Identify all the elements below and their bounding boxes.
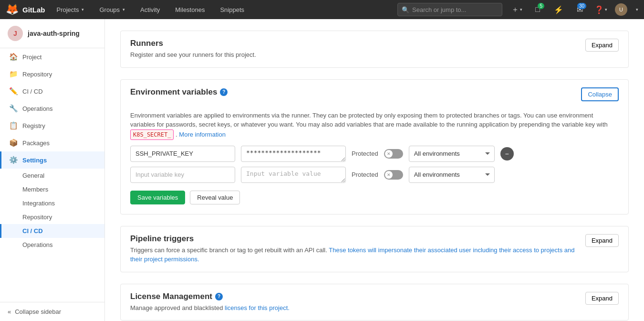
sidebar-project-header: J java-auth-spring bbox=[0, 19, 104, 48]
k8s-secret-badge: K8S_SECRET_ bbox=[130, 129, 174, 140]
protected-toggle-1[interactable]: ✕ bbox=[384, 149, 403, 159]
snippets-nav[interactable]: Snippets bbox=[216, 4, 248, 15]
sidebar-sub-general[interactable]: General bbox=[0, 169, 104, 182]
search-bar[interactable]: 🔍 Search or jump to... bbox=[397, 3, 502, 16]
env-var-key-1[interactable] bbox=[130, 146, 235, 162]
license-management-header: License Management ? Manage approved and… bbox=[121, 284, 628, 321]
license-management-info-icon[interactable]: ? bbox=[215, 293, 223, 300]
projects-chevron-icon: ▾ bbox=[82, 7, 84, 12]
user-chevron-icon: ▾ bbox=[636, 7, 638, 12]
env-vars-body: Environment variables are applied to env… bbox=[121, 111, 628, 214]
collapse-icon: « bbox=[8, 308, 11, 315]
env-var-environment-1[interactable]: All environments Production Staging Deve… bbox=[409, 146, 495, 162]
projects-nav[interactable]: Projects ▾ bbox=[53, 4, 88, 15]
sidebar-sub-members[interactable]: Members bbox=[0, 182, 104, 196]
sidebar-sub-operations[interactable]: Operations bbox=[0, 238, 104, 252]
packages-icon: 📦 bbox=[9, 139, 18, 147]
protected-label-1: Protected bbox=[352, 150, 378, 157]
sidebar-sub-repository[interactable]: Repository bbox=[0, 210, 104, 224]
user-avatar[interactable]: U bbox=[615, 3, 627, 16]
env-vars-section: Environment variables ? Collapse Environ… bbox=[120, 79, 629, 214]
sidebar-item-settings[interactable]: ⚙️ Settings bbox=[0, 151, 104, 169]
toggle-x-icon-2: ✕ bbox=[387, 172, 391, 177]
license-management-title: License Management ? bbox=[130, 292, 578, 301]
new-dropdown-button[interactable]: ＋ ▾ bbox=[510, 3, 523, 16]
main-content: Runners Register and see your runners fo… bbox=[105, 19, 644, 321]
issues-badge: 5 bbox=[538, 3, 544, 9]
protected-label-2: Protected bbox=[352, 171, 378, 178]
pipeline-triggers-header: Pipeline triggers Triggers can force a s… bbox=[121, 226, 628, 272]
env-actions: Save variables Reveal value bbox=[130, 191, 619, 204]
protected-toggle-2[interactable]: ✕ bbox=[384, 170, 403, 180]
pipeline-triggers-title: Pipeline triggers bbox=[130, 234, 578, 244]
env-vars-description: Environment variables are applied to env… bbox=[130, 111, 619, 140]
help-button[interactable]: ❓ ▾ bbox=[594, 3, 607, 16]
licenses-link[interactable]: licenses for this project. bbox=[225, 304, 290, 311]
sidebar-item-repository[interactable]: 📁 Repository bbox=[0, 65, 104, 83]
groups-chevron-icon: ▾ bbox=[123, 7, 125, 12]
pipeline-triggers-description: Triggers can force a specific branch or … bbox=[130, 246, 578, 264]
license-management-description: Manage approved and blacklisted licenses… bbox=[130, 303, 578, 313]
gitlab-logo-icon: 🦊 bbox=[6, 3, 19, 16]
sidebar-sub-cicd[interactable]: CI / CD bbox=[0, 224, 104, 238]
runners-section: Runners Register and see your runners fo… bbox=[120, 31, 629, 68]
env-vars-grid: ******************** Protected ✕ All env… bbox=[130, 146, 619, 183]
sidebar-item-project[interactable]: 🏠 Project bbox=[0, 48, 104, 65]
todos-badge: 30 bbox=[577, 3, 586, 9]
sidebar-item-packages[interactable]: 📦 Packages bbox=[0, 134, 104, 151]
cicd-icon: ✏️ bbox=[9, 87, 18, 96]
env-var-environment-2[interactable]: All environments Production Staging Deve… bbox=[409, 167, 495, 183]
project-name: java-auth-spring bbox=[28, 30, 80, 37]
save-variables-button[interactable]: Save variables bbox=[130, 191, 185, 204]
help-chevron-icon: ▾ bbox=[605, 7, 607, 12]
home-icon: 🏠 bbox=[9, 53, 18, 61]
issues-button[interactable]: □ 5 bbox=[531, 3, 544, 16]
repository-icon: 📁 bbox=[9, 70, 18, 78]
groups-nav[interactable]: Groups ▾ bbox=[95, 4, 129, 15]
operations-icon: 🔧 bbox=[9, 104, 18, 113]
license-management-section: License Management ? Manage approved and… bbox=[120, 284, 629, 321]
top-navbar: 🦊 GitLab Projects ▾ Groups ▾ Activity Mi… bbox=[0, 0, 644, 19]
milestones-nav[interactable]: Milestones bbox=[171, 4, 208, 15]
delete-icon: − bbox=[505, 150, 509, 158]
merge-requests-button[interactable]: ⚡ bbox=[552, 3, 565, 16]
settings-icon: ⚙️ bbox=[9, 156, 18, 164]
sidebar-nav: 🏠 Project 📁 Repository ✏️ CI / CD 🔧 Oper… bbox=[0, 48, 104, 302]
env-var-value-2[interactable] bbox=[241, 167, 346, 183]
env-var-value-1[interactable]: ******************** bbox=[241, 146, 346, 162]
sidebar-item-cicd[interactable]: ✏️ CI / CD bbox=[0, 83, 104, 100]
todos-button[interactable]: ✉ 30 bbox=[573, 3, 586, 16]
reveal-value-button[interactable]: Reveal value bbox=[190, 191, 240, 204]
runners-header: Runners Register and see your runners fo… bbox=[121, 31, 628, 67]
activity-nav[interactable]: Activity bbox=[136, 4, 164, 15]
env-var-row-2: Protected ✕ All environments Production … bbox=[130, 167, 619, 183]
env-vars-collapse-button[interactable]: Collapse bbox=[581, 87, 619, 101]
license-management-expand-button[interactable]: Expand bbox=[585, 292, 619, 305]
pipeline-triggers-section: Pipeline triggers Triggers can force a s… bbox=[120, 226, 629, 272]
more-information-link[interactable]: More information bbox=[179, 131, 226, 138]
runners-expand-button[interactable]: Expand bbox=[585, 39, 619, 52]
runners-description: Register and see your runners for this p… bbox=[130, 50, 256, 60]
merge-requests-icon: ⚡ bbox=[554, 5, 563, 14]
env-var-row-1: ******************** Protected ✕ All env… bbox=[130, 146, 619, 162]
app-layout: J java-auth-spring 🏠 Project 📁 Repositor… bbox=[0, 19, 644, 321]
env-var-key-2[interactable] bbox=[130, 167, 235, 183]
sidebar: J java-auth-spring 🏠 Project 📁 Repositor… bbox=[0, 19, 105, 321]
env-vars-title: Environment variables ? bbox=[130, 87, 573, 97]
new-chevron-icon: ▾ bbox=[520, 7, 522, 12]
toggle-x-icon: ✕ bbox=[387, 151, 391, 156]
env-vars-header: Environment variables ? Collapse bbox=[121, 80, 628, 109]
env-vars-info-icon[interactable]: ? bbox=[220, 88, 228, 96]
collapse-sidebar-button[interactable]: « Collapse sidebar bbox=[0, 302, 104, 321]
help-icon: ❓ bbox=[594, 5, 604, 14]
delete-var-button-1[interactable]: − bbox=[500, 147, 514, 160]
registry-icon: 📋 bbox=[9, 121, 18, 130]
sidebar-item-operations[interactable]: 🔧 Operations bbox=[0, 100, 104, 117]
sidebar-sub-integrations[interactable]: Integrations bbox=[0, 196, 104, 210]
search-icon: 🔍 bbox=[402, 6, 409, 13]
gitlab-brand[interactable]: 🦊 GitLab bbox=[6, 3, 45, 16]
brand-label: GitLab bbox=[22, 6, 45, 14]
sidebar-item-registry[interactable]: 📋 Registry bbox=[0, 117, 104, 134]
runners-title: Runners bbox=[130, 39, 256, 48]
pipeline-triggers-expand-button[interactable]: Expand bbox=[585, 234, 619, 247]
